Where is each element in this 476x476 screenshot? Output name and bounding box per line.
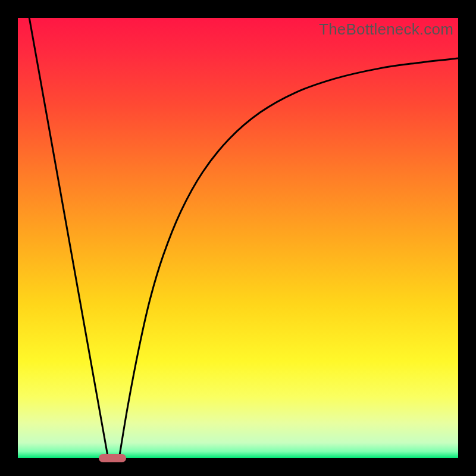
curve-right-segment [119,58,458,458]
bottleneck-marker [99,454,126,462]
chart-curve-layer [18,18,458,458]
curve-left-segment [29,18,108,458]
plot-area: TheBottleneck.com [18,18,458,458]
